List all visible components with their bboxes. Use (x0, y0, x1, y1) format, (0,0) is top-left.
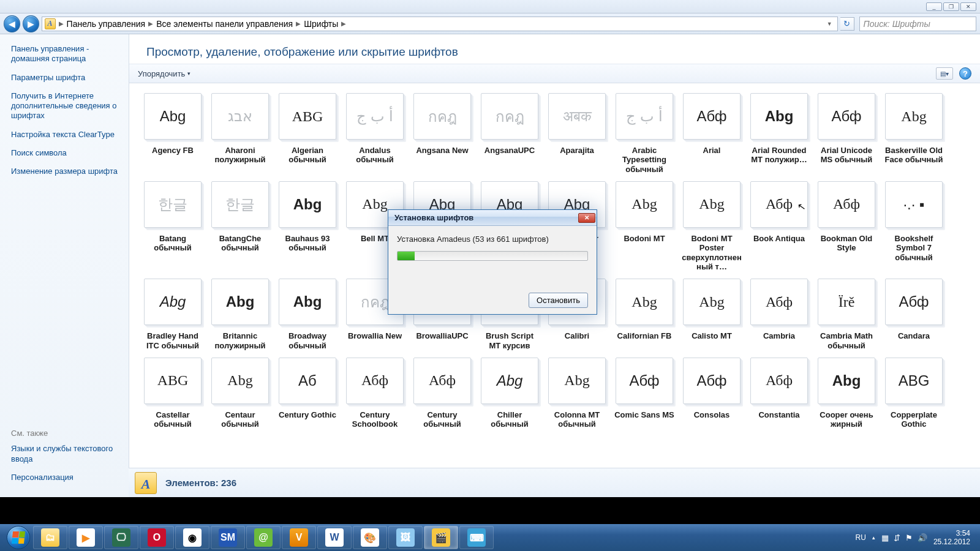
start-button[interactable] (4, 525, 33, 550)
font-item[interactable]: 한글Batang обычный (141, 180, 204, 272)
font-item[interactable]: अबकAparajita (546, 92, 608, 175)
font-item[interactable]: กคฎAngsana New (411, 92, 473, 175)
font-item[interactable]: ABGCastellar обычный (141, 356, 204, 430)
font-item[interactable]: ÏrěCambria Math обычный (815, 277, 878, 351)
close-button[interactable]: ✕ (960, 2, 976, 11)
font-item[interactable]: אבגAharoni полужирный (209, 92, 271, 175)
sidebar-link-font-size[interactable]: Изменение размера шрифта (11, 167, 118, 176)
font-item[interactable]: AbgCentaur обычный (209, 356, 271, 430)
refresh-button[interactable]: ↻ (840, 17, 854, 31)
font-item[interactable]: AbgChiller обычный (478, 356, 541, 430)
sidebar-link-font-settings[interactable]: Параметры шрифта (11, 73, 85, 82)
back-button[interactable]: ◀ (4, 15, 20, 32)
font-item[interactable]: AbgBauhaus 93 обычный (276, 180, 339, 272)
font-preview: Abg (683, 181, 741, 228)
font-item[interactable]: 한글BatangChe обычный (209, 180, 271, 272)
sidebar-link-find-char[interactable]: Поиск символа (11, 148, 67, 157)
font-item[interactable]: AbgBodoni MT Poster сверхуплотненный т… (680, 180, 743, 272)
font-label: Californian FB (617, 331, 672, 340)
font-item[interactable]: AbgColonna MT обычный (546, 356, 608, 430)
taskbar-clock[interactable]: 3:54 25.12.2012 (933, 529, 970, 547)
organize-button[interactable]: Упорядочить▾ (138, 69, 190, 78)
sidebar-link-text-services[interactable]: Языки и службы текстового ввода (11, 444, 113, 463)
stop-button[interactable]: Остановить (529, 293, 588, 308)
sidebar-link-online-info[interactable]: Получить в Интернете дополнительные свед… (11, 91, 117, 121)
taskbar-app-4[interactable]: 🎬 (424, 526, 458, 549)
taskbar-photos[interactable]: 🖼 (388, 526, 423, 549)
font-label: Comic Sans MS (614, 410, 674, 419)
crumb-all-items[interactable]: Все элементы панели управления (156, 19, 293, 29)
crumb-fonts[interactable]: Шрифты (304, 19, 338, 29)
system-tray[interactable]: RU ▴ ▦ ⇵ ⚑ 🔊 3:54 25.12.2012 (856, 529, 976, 547)
font-item[interactable]: AbgCalisto MT (680, 277, 743, 351)
font-item[interactable]: أ ب جArabic Typesetting обычный (613, 92, 676, 175)
font-item[interactable]: ABGCopperplate Gothic (883, 356, 945, 430)
taskbar-mail[interactable]: @ (246, 526, 281, 549)
minimize-button[interactable]: _ (926, 2, 942, 11)
tray-volume-icon[interactable]: 🔊 (918, 533, 927, 542)
font-item[interactable]: AbgAgency FB (141, 92, 204, 175)
font-item[interactable]: AbgBradley Hand ITC обычный (141, 277, 204, 351)
font-item[interactable]: AbgCalifornian FB (613, 277, 676, 351)
taskbar-paint[interactable]: 🎨 (353, 526, 387, 549)
fonts-icon (135, 472, 157, 494)
sidebar-link-personalization[interactable]: Персонализация (11, 473, 74, 482)
font-item[interactable]: AbgArial Rounded MT полужир… (748, 92, 810, 175)
font-item[interactable]: AbgBritannic полужирный (209, 277, 271, 351)
help-button[interactable]: ? (959, 67, 971, 80)
taskbar-word[interactable]: W (317, 526, 352, 549)
taskbar-chrome[interactable]: ◉ (175, 526, 209, 549)
font-preview: أ ب ج (346, 93, 404, 140)
font-item[interactable]: ·.· ▪Bookshelf Symbol 7 обычный (883, 180, 945, 272)
taskbar-explorer[interactable]: 🗂 (33, 526, 67, 549)
sidebar-link-cleartype[interactable]: Настройка текста ClearType (11, 130, 115, 139)
font-item[interactable]: ABGAlgerian обычный (276, 92, 339, 175)
font-item[interactable]: АбфComic Sans MS (613, 356, 676, 430)
font-item[interactable]: กคฎAngsanaUPC (478, 92, 541, 175)
font-item[interactable]: АбфBook Antiqua (748, 180, 810, 272)
font-item[interactable]: АбфCentury обычный (411, 356, 473, 430)
crumb-control-panel[interactable]: Панель управления (67, 19, 146, 29)
font-item[interactable]: АбфConstantia (748, 356, 810, 430)
font-item[interactable]: АбфCambria (748, 277, 810, 351)
dialog-message: Установка Amadeus (53 из 661 шрифтов) (397, 234, 588, 244)
tray-lang[interactable]: RU (856, 533, 866, 542)
taskbar-opera[interactable]: O (140, 526, 174, 549)
taskbar-app-1[interactable]: 🖵 (104, 526, 138, 549)
tray-icons[interactable]: ▦ ⇵ ⚑ 🔊 (881, 533, 927, 542)
font-item[interactable]: АбфArial Unicode MS обычный (815, 92, 878, 175)
dialog-close-button[interactable]: ✕ (578, 213, 595, 223)
dialog-titlebar[interactable]: Установка шрифтов ✕ (388, 210, 597, 226)
font-preview: Abg (144, 93, 202, 140)
font-label: Andalus обычный (345, 146, 405, 165)
font-item[interactable]: АбфBookman Old Style (815, 180, 878, 272)
taskbar-app-5[interactable]: ⌨ (459, 526, 494, 549)
sidebar-home[interactable]: Панель управления - домашняя страница (11, 44, 89, 63)
font-label: Castellar обычный (143, 410, 203, 429)
font-label: Centaur обычный (210, 410, 270, 429)
font-item[interactable]: АбфCentury Schoolbook (344, 356, 406, 430)
font-item[interactable]: АбCentury Gothic (276, 356, 339, 430)
forward-button[interactable]: ▶ (23, 15, 39, 32)
tray-flag-icon[interactable]: ▦ (881, 533, 889, 542)
tray-network-icon[interactable]: ⇵ (894, 533, 900, 542)
font-item[interactable]: أ ب جAndalus обычный (344, 92, 406, 175)
font-item[interactable]: АбфConsolas (680, 356, 743, 430)
breadcrumb-dropdown[interactable]: ▼ (824, 21, 835, 27)
maximize-button[interactable]: ❐ (943, 2, 959, 11)
taskbar-app-2[interactable]: SM (211, 526, 245, 549)
breadcrumb[interactable]: ▶ Панель управления ▶ Все элементы панел… (42, 17, 838, 31)
font-item[interactable]: AbgBaskerville Old Face обычный (883, 92, 945, 175)
taskbar-app-3[interactable]: V (282, 526, 316, 549)
page-title: Просмотр, удаление, отображение или скры… (146, 45, 963, 59)
sidebar-see-also: См. также (11, 429, 123, 438)
tray-action-icon[interactable]: ⚑ (905, 533, 913, 542)
font-item[interactable]: AbgBroadway обычный (276, 277, 339, 351)
search-input[interactable]: Поиск: Шрифты (859, 17, 976, 31)
font-item[interactable]: АбфArial (680, 92, 743, 175)
font-item[interactable]: АбфCandara (883, 277, 945, 351)
taskbar-media-player[interactable]: ▶ (69, 526, 103, 549)
font-item[interactable]: AbgCooper очень жирный (815, 356, 878, 430)
font-item[interactable]: AbgBodoni MT (613, 180, 676, 272)
view-button[interactable]: ▤▾ (936, 67, 953, 80)
